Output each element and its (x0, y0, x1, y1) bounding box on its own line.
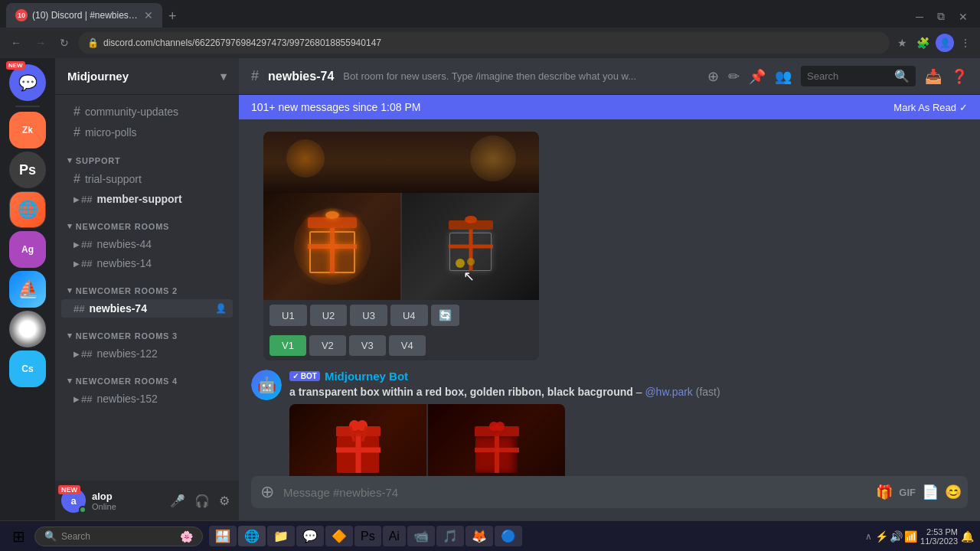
gift-button[interactable]: 🎁 (876, 484, 893, 500)
server-item-1[interactable]: Zk (9, 112, 46, 148)
bot-message-body: ✓ BOT Midjourney Bot a transparent box w… (289, 370, 968, 476)
network-wifi-icon[interactable]: 📶 (904, 530, 917, 543)
image-top-strip (263, 132, 539, 193)
bookmark-icon[interactable]: ★ (894, 34, 910, 52)
menu-icon[interactable]: ⋮ (957, 34, 974, 52)
channel-list: # community-updates # micro-polls ▾ SUPP… (55, 95, 239, 481)
taskbar-whatsapp-icon[interactable]: 💬 (296, 526, 324, 546)
image-cell-tr (402, 193, 539, 300)
channel-item-newbies-152[interactable]: ▶ ## newbies-152 (61, 390, 233, 408)
server-item-5[interactable]: ⛵ (9, 271, 46, 308)
volume-icon[interactable]: 🔊 (890, 530, 903, 543)
reload-button[interactable]: ↻ (55, 34, 74, 52)
channel-item-member-support[interactable]: ▶ ## member-support (61, 190, 233, 208)
taskbar-app8[interactable]: 🎵 (436, 526, 464, 546)
close-tab-icon[interactable]: ✕ (144, 9, 153, 21)
start-button[interactable]: ⊞ (6, 524, 31, 549)
category-support[interactable]: ▾ SUPPORT (55, 143, 239, 168)
v4-button[interactable]: V4 (389, 335, 426, 356)
server-item-6[interactable] (9, 311, 46, 347)
server-chevron-icon: ▾ (220, 70, 227, 83)
taskbar-folder-icon[interactable]: 📁 (267, 526, 295, 546)
mark-as-read-button[interactable]: Mark As Read ✓ (893, 102, 968, 113)
channel-name: newbies-152 (96, 393, 227, 405)
taskbar-app6[interactable]: Ai (383, 526, 406, 546)
new-tab-button[interactable]: + (162, 5, 183, 28)
channel-item-trial-support[interactable]: # trial-support (61, 169, 233, 189)
taskbar-clock[interactable]: 2:53 PM 11/3/2023 (920, 527, 958, 546)
message-image-2[interactable] (289, 404, 565, 476)
server-item-7[interactable]: Cs (9, 350, 46, 387)
channel-header: # newbies-74 Bot room for new users. Typ… (239, 58, 980, 95)
members-icon[interactable]: 👥 (775, 68, 792, 85)
server-item-4[interactable]: Ag (9, 231, 46, 268)
server-item-discord[interactable]: 💬 (9, 64, 46, 101)
back-button[interactable]: ← (6, 34, 26, 52)
u2-button[interactable]: U2 (310, 305, 348, 326)
minimize-button[interactable]: ─ (910, 7, 929, 26)
expand-icon: ▶ (74, 195, 80, 204)
server-header[interactable]: Midjourney ▾ (55, 58, 239, 95)
taskbar-app9[interactable]: 🦊 (466, 526, 493, 546)
channel-item-micro-polls[interactable]: # micro-polls (61, 122, 233, 142)
server-item-3[interactable]: 🌐 (9, 191, 46, 228)
taskbar-app7[interactable]: 📹 (407, 526, 435, 546)
inbox-icon[interactable]: 📥 (925, 68, 942, 85)
v2-button[interactable]: V2 (309, 335, 346, 356)
upscale-buttons-row: U1 U2 U3 U4 🔄 (263, 300, 539, 331)
extensions-icon[interactable]: 🧩 (913, 34, 933, 52)
maximize-button[interactable]: ⧉ (931, 7, 951, 26)
close-button[interactable]: ✕ (952, 7, 974, 26)
taskbar-search-bar[interactable]: 🔍 Search 🌸 (34, 527, 203, 546)
network-icon[interactable]: ⚡ (875, 530, 888, 543)
category-newcomer-rooms[interactable]: ▾ NEWCOMER ROOMS (55, 209, 239, 234)
message-input[interactable] (283, 478, 870, 507)
category-newcomer-rooms3[interactable]: ▾ NEWCOMER ROOMS 3 (55, 318, 239, 344)
u3-button[interactable]: U3 (350, 305, 387, 326)
sticker-button[interactable]: 📄 (922, 484, 939, 500)
edit-icon[interactable]: ✏ (728, 68, 740, 85)
channel-item-newbies-122[interactable]: ▶ ## newbies-122 (61, 344, 233, 363)
forward-button[interactable]: → (31, 34, 51, 52)
v1-button[interactable]: V1 (270, 335, 306, 356)
sys-tray-expand[interactable]: ∧ (865, 531, 872, 542)
server-item-2[interactable]: Ps (9, 152, 46, 188)
help-icon[interactable]: ❓ (951, 68, 968, 85)
profile-icon[interactable]: 👤 (936, 34, 954, 52)
channel-item-newbies-74[interactable]: ## newbies-74 👤 (61, 299, 233, 318)
refresh-button[interactable]: 🔄 (431, 305, 459, 326)
message-image-1[interactable]: U1 U2 U3 U4 🔄 V1 V2 V3 V4 (263, 132, 539, 360)
channel-item-newbies-14[interactable]: ▶ ## newbies-14 (61, 254, 233, 272)
u4-button[interactable]: U4 (390, 305, 428, 326)
search-bar[interactable]: 🔍 (801, 66, 916, 86)
username: alop (92, 491, 161, 502)
channel-item-newbies-44[interactable]: ▶ ## newbies-44 (61, 235, 233, 253)
collapse-icon: ▾ (67, 331, 73, 341)
active-tab[interactable]: 10 (10) Discord | #newbies-74 | Mid... ✕ (6, 3, 162, 28)
notifications-button[interactable]: 🔔 (961, 530, 974, 543)
message-item-1: U1 U2 U3 U4 🔄 V1 V2 V3 V4 (251, 132, 968, 360)
v3-button[interactable]: V3 (349, 335, 386, 356)
taskbar-app5[interactable]: Ps (354, 526, 381, 546)
address-bar[interactable]: 🔒 discord.com/channels/66226797698429747… (78, 32, 890, 54)
pin-icon[interactable]: 📌 (749, 68, 766, 85)
taskbar-chrome-icon[interactable]: 🌐 (238, 526, 266, 546)
category-newcomer-rooms2[interactable]: ▾ NEWCOMER ROOMS 2 (55, 273, 239, 298)
category-newcomer-rooms4[interactable]: ▾ NEWCOMER ROOMS 4 (55, 364, 239, 389)
threads-icon[interactable]: ⊕ (707, 68, 719, 85)
user-panel: a NEW alop Online 🎤 🎧 ⚙ (55, 481, 239, 520)
mic-button[interactable]: 🎤 (167, 491, 188, 511)
taskbar-app4[interactable]: 🔶 (325, 526, 353, 546)
u1-button[interactable]: U1 (270, 305, 307, 326)
headset-button[interactable]: 🎧 (191, 491, 213, 511)
settings-button[interactable]: ⚙ (216, 491, 233, 511)
add-content-button[interactable]: ⊕ (257, 476, 277, 508)
user-status: Online (92, 502, 161, 511)
gif-button[interactable]: GIF (899, 487, 916, 498)
emoji-button[interactable]: 😊 (945, 484, 962, 500)
main-content: # newbies-74 Bot room for new users. Typ… (239, 58, 980, 520)
taskbar-windows-icon[interactable]: 🪟 (209, 526, 237, 546)
search-input[interactable] (807, 70, 890, 82)
channel-item-community-updates[interactable]: # community-updates (61, 102, 233, 122)
taskbar-app10[interactable]: 🔵 (495, 526, 522, 546)
